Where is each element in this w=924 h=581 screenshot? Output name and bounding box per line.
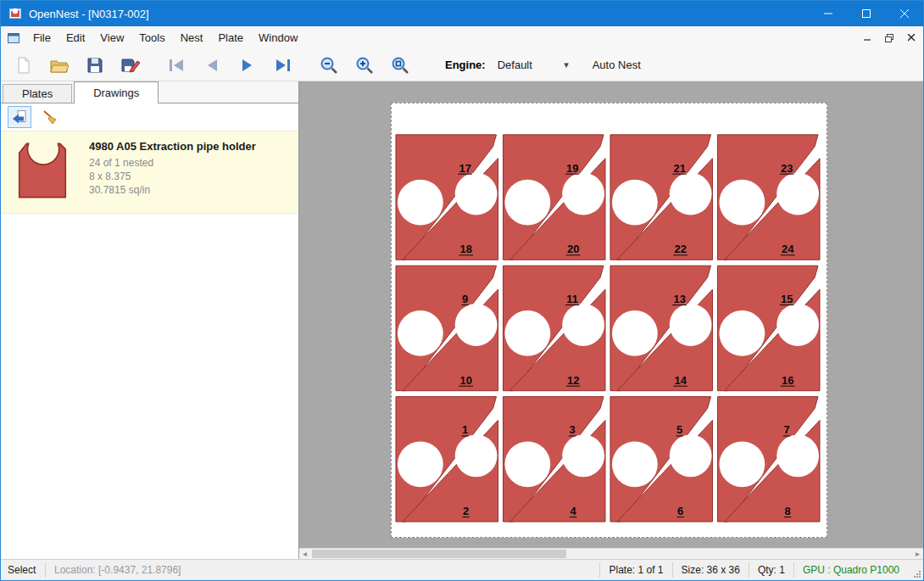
status-qty: Qty: 1	[749, 560, 793, 580]
part-number: 21	[673, 162, 685, 175]
part-hole-icon	[398, 310, 443, 356]
status-size: Size: 36 x 36	[673, 560, 749, 580]
new-file-button[interactable]	[13, 54, 35, 76]
part-hole-icon	[504, 310, 550, 356]
part-hole-icon	[455, 173, 498, 215]
sidebar-tabstrip: Plates Drawings	[1, 81, 298, 103]
zoom-fit-button[interactable]	[389, 54, 411, 76]
save-as-button[interactable]	[120, 54, 142, 76]
part-number: 2	[463, 505, 469, 517]
part-number: 20	[567, 243, 579, 255]
maximize-button[interactable]	[847, 1, 885, 26]
tab-plates[interactable]: Plates	[3, 84, 72, 103]
first-plate-button[interactable]	[165, 54, 187, 76]
part-number: 7	[784, 423, 790, 436]
menu-tools[interactable]: Tools	[131, 27, 172, 48]
sidebar: Plates Drawings	[1, 81, 299, 559]
last-plate-button[interactable]	[272, 54, 294, 76]
part-number: 10	[459, 374, 471, 387]
part-number: 11	[566, 293, 578, 305]
engine-select[interactable]: Default ▾	[493, 55, 574, 75]
nest-pair: 1920	[503, 135, 605, 260]
zoom-in-button[interactable]	[353, 54, 376, 76]
chevron-down-icon: ▾	[557, 59, 569, 70]
part-hole-icon	[455, 304, 498, 346]
close-button[interactable]	[885, 1, 923, 26]
part-hole-icon	[719, 180, 765, 226]
mdi-close-button[interactable]	[901, 29, 921, 47]
open-file-button[interactable]	[48, 54, 70, 76]
previous-plate-button[interactable]	[201, 54, 223, 76]
clear-drawings-button[interactable]	[38, 106, 62, 128]
drawing-item[interactable]: 4980 A05 Extraction pipe holder 24 of 1 …	[1, 131, 298, 214]
menu-view[interactable]: View	[92, 27, 131, 48]
menu-plate[interactable]: Plate	[210, 27, 251, 48]
drawing-dimensions: 8 x 8.375	[89, 170, 256, 183]
menu-window[interactable]: Window	[251, 27, 305, 48]
nest-canvas[interactable]: 171819202122232491011121314151612345678 …	[299, 81, 923, 559]
part-hole-icon	[612, 310, 658, 356]
part-number: 6	[677, 505, 683, 517]
part-hole-icon	[562, 304, 604, 346]
part-hole-icon	[670, 173, 712, 215]
app-window: OpenNest - [N0317-002] File Edit View To…	[0, 0, 924, 581]
nest-pair: 2122	[610, 135, 713, 260]
part-hole-icon	[455, 434, 498, 477]
part-number: 1	[462, 423, 468, 436]
nest-pair: 1314	[610, 265, 713, 390]
part-number: 24	[782, 243, 794, 255]
tab-drawings[interactable]: Drawings	[74, 81, 159, 103]
part-number: 22	[674, 243, 686, 255]
reload-drawing-button[interactable]	[8, 106, 31, 128]
part-number: 12	[567, 374, 579, 387]
plate[interactable]: 171819202122232491011121314151612345678	[391, 103, 827, 538]
auto-nest-button[interactable]: Auto Nest	[593, 59, 641, 71]
window-title: OpenNest - [N0317-002]	[29, 8, 809, 20]
status-location: Location: [-0.9437, 21.8796]	[46, 560, 189, 580]
horizontal-scrollbar[interactable]: ◄ ►	[299, 548, 923, 559]
scrollbar-track[interactable]	[310, 549, 912, 559]
menubar: File Edit View Tools Nest Plate Window	[1, 26, 923, 49]
menu-edit[interactable]: Edit	[58, 27, 92, 48]
part-hole-icon	[612, 180, 658, 226]
nest-pair: 78	[718, 397, 821, 522]
part-hole-icon	[562, 173, 604, 215]
scrollbar-thumb[interactable]	[312, 550, 566, 558]
minimize-button[interactable]	[809, 1, 847, 26]
menu-nest[interactable]: Nest	[173, 27, 211, 48]
nest-pair: 34	[503, 397, 605, 522]
part-hole-icon	[562, 434, 604, 477]
engine-value: Default	[498, 59, 557, 71]
drawing-title: 4980 A05 Extraction pipe holder	[89, 140, 256, 153]
part-number: 14	[674, 374, 687, 387]
scroll-left-icon[interactable]: ◄	[299, 549, 310, 559]
part-hole-icon	[719, 441, 765, 487]
drawing-nested-count: 24 of 1 nested	[89, 156, 256, 170]
status-plate: Plate: 1 of 1	[600, 560, 671, 580]
scroll-right-icon[interactable]: ►	[912, 549, 923, 559]
nest-svg: 171819202122232491011121314151612345678	[392, 103, 827, 537]
part-number: 4	[571, 505, 577, 517]
part-hole-icon	[776, 173, 819, 215]
mdi-minimize-button[interactable]	[857, 29, 877, 47]
part-hole-icon	[719, 310, 765, 356]
zoom-out-button[interactable]	[318, 54, 340, 76]
part-number: 17	[459, 162, 470, 175]
part-number: 3	[570, 423, 576, 436]
part-hole-icon	[776, 434, 819, 477]
mdi-restore-button[interactable]	[879, 29, 899, 47]
titlebar: OpenNest - [N0317-002]	[1, 1, 923, 26]
menu-file[interactable]: File	[25, 27, 58, 48]
next-plate-button[interactable]	[237, 54, 259, 76]
part-hole-icon	[398, 180, 443, 226]
save-button[interactable]	[84, 54, 106, 76]
nest-pair: 910	[396, 265, 498, 390]
part-hole-icon	[670, 304, 712, 346]
resize-grip[interactable]	[908, 560, 923, 580]
part-number: 18	[459, 243, 471, 255]
part-number: 19	[566, 162, 578, 175]
nest-pair: 1516	[718, 265, 821, 390]
app-icon	[8, 7, 22, 20]
nest-pair: 12	[396, 397, 498, 522]
part-hole-icon	[776, 304, 819, 346]
